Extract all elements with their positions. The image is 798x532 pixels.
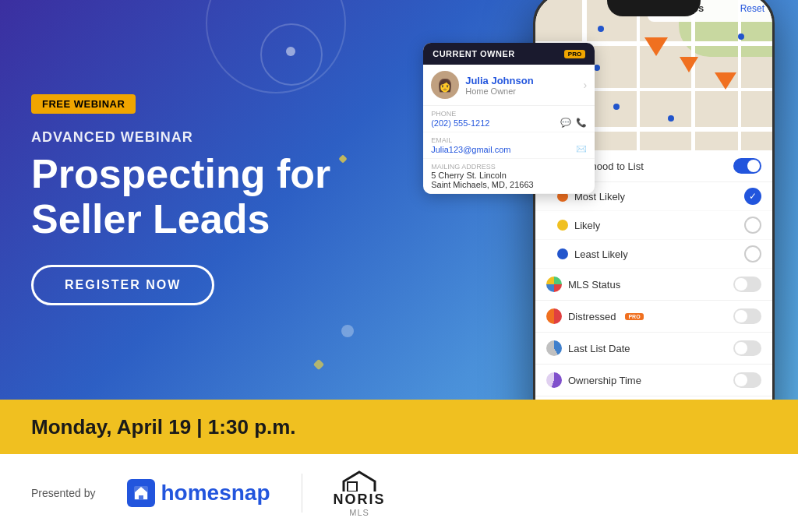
last-list-toggle-knob — [735, 342, 747, 354]
right-content: CURRENT OWNER PRO 👩 Julia Johnson Home O… — [439, 0, 798, 400]
map-road-v2 — [637, 0, 640, 150]
owner-address-row: Mailing Address 5 Cherry St. Lincoln Sai… — [423, 159, 595, 194]
owner-name: Julia Johnson — [465, 75, 533, 86]
owner-email-row: Email Julia123@gmail.com ✉️ — [423, 132, 595, 159]
map-dot-4 — [668, 115, 674, 122]
logos-bar: Presented by homesnap — [0, 454, 798, 532]
last-list-toggle[interactable] — [733, 340, 761, 356]
noris-text: NORIS — [334, 491, 386, 508]
title-line1: Prospecting for — [31, 151, 330, 196]
email-icons: ✉️ — [576, 144, 587, 154]
list-item-mls: MLS Status — [535, 269, 772, 301]
phone-notch — [607, 0, 701, 16]
top-section: FREE WEBINAR ADVANCED WEBINAR Prospectin… — [0, 0, 798, 400]
mls-left: MLS Status — [546, 277, 620, 292]
ownership-icon — [546, 372, 562, 388]
noris-roof-icon — [340, 470, 379, 491]
likely-circle[interactable] — [744, 217, 761, 234]
owner-card-title: CURRENT OWNER — [433, 49, 515, 58]
noris-mls-text: MLS — [349, 508, 369, 517]
mls-toggle-knob — [735, 278, 747, 291]
chat-icon: 💬 — [560, 118, 571, 128]
owner-role: Home Owner — [465, 86, 533, 96]
most-likely-check[interactable]: ✓ — [744, 188, 761, 205]
map-dot-2 — [594, 65, 600, 71]
homesnap-house-icon — [132, 484, 150, 502]
homesnap-icon — [127, 479, 155, 507]
distressed-label: Distressed — [568, 311, 616, 322]
main-container: FREE WEBINAR ADVANCED WEBINAR Prospectin… — [0, 0, 798, 532]
map-marker-3 — [715, 72, 736, 90]
likelihood-toggle[interactable] — [733, 158, 761, 174]
homesnap-logo: homesnap — [127, 479, 270, 507]
bottom-section: Monday, April 19 | 1:30 p.m. Presented b… — [0, 400, 798, 532]
list-item-last-list: Last List Date — [535, 333, 772, 365]
owner-card: CURRENT OWNER PRO 👩 Julia Johnson Home O… — [423, 43, 595, 194]
least-likely-dot — [557, 248, 568, 259]
mls-icon — [546, 277, 562, 292]
noris-mls-logo: NORIS MLS — [334, 470, 386, 517]
date-text: Monday, April 19 | 1:30 p.m. — [31, 415, 296, 439]
last-list-label: Last List Date — [568, 343, 630, 354]
map-road-v4 — [738, 0, 741, 150]
likely-dot — [557, 220, 568, 231]
free-webinar-badge: FREE WEBINAR — [31, 94, 136, 114]
mls-label: MLS Status — [568, 279, 620, 291]
logo-divider — [302, 474, 302, 513]
least-likely-label: Least Likely — [574, 248, 628, 260]
pro-badge: PRO — [564, 50, 585, 58]
toggle-knob — [747, 160, 760, 172]
ownership-toggle[interactable] — [733, 372, 761, 388]
phone-icon: 📞 — [576, 118, 587, 128]
map-marker-2 — [680, 57, 698, 72]
list-item-ownership: Ownership Time — [535, 365, 772, 396]
ownership-label: Ownership Time — [568, 375, 641, 386]
last-list-icon — [546, 340, 562, 356]
mls-toggle[interactable] — [733, 277, 761, 292]
presented-by-label: Presented by — [31, 487, 96, 499]
least-likely-left: Least Likely — [557, 248, 628, 260]
map-dot-5 — [738, 33, 744, 40]
owner-phone-row: Phone (202) 555-1212 💬 📞 — [423, 106, 595, 132]
owner-card-header: CURRENT OWNER PRO — [423, 43, 595, 65]
date-bar: Monday, April 19 | 1:30 p.m. — [0, 400, 798, 454]
map-dot-3 — [613, 104, 620, 110]
distressed-pro-badge: PRO — [625, 313, 643, 320]
address-label: Mailing Address — [431, 163, 587, 171]
distressed-icon — [546, 308, 562, 324]
distressed-toggle-knob — [735, 310, 747, 322]
main-title: Prospecting for Seller Leads — [31, 152, 408, 241]
list-item-distressed: Distressed PRO — [535, 301, 772, 333]
deco-dot-3 — [341, 325, 354, 337]
reset-button[interactable]: Reset — [740, 3, 764, 14]
svg-rect-2 — [348, 482, 357, 491]
ownership-toggle-knob — [735, 374, 747, 386]
least-likely-circle[interactable] — [744, 245, 761, 262]
sub-item-least-likely: Least Likely — [535, 240, 772, 269]
owner-chevron-icon: › — [584, 79, 588, 91]
ownership-left: Ownership Time — [546, 372, 641, 388]
owner-name-block: Julia Johnson Home Owner — [465, 75, 533, 96]
phone-label: Phone — [431, 110, 587, 118]
deco-dot-1 — [286, 47, 295, 56]
mail-icon: ✉️ — [576, 144, 587, 154]
phone-icons: 💬 📞 — [560, 118, 587, 128]
noris-house-svg — [340, 470, 379, 491]
map-road-v3 — [691, 0, 695, 150]
phone-value: (202) 555-1212 💬 📞 — [431, 118, 587, 128]
map-marker-1 — [644, 37, 668, 56]
register-now-button[interactable]: REGISTER NOW — [31, 265, 214, 305]
homesnap-text: homesnap — [161, 481, 270, 506]
advanced-webinar-label: ADVANCED WEBINAR — [31, 129, 408, 146]
email-value: Julia123@gmail.com ✉️ — [431, 144, 587, 154]
map-dot-1 — [598, 26, 604, 32]
distressed-toggle[interactable] — [733, 308, 761, 324]
owner-info-row: 👩 Julia Johnson Home Owner › — [423, 65, 595, 106]
sub-item-likely: Likely — [535, 211, 772, 240]
likely-label: Likely — [574, 220, 600, 231]
owner-avatar: 👩 — [431, 71, 459, 99]
distressed-left: Distressed PRO — [546, 308, 644, 324]
email-label: Email — [431, 136, 587, 144]
likely-left: Likely — [557, 220, 600, 231]
title-line2: Seller Leads — [31, 196, 270, 241]
